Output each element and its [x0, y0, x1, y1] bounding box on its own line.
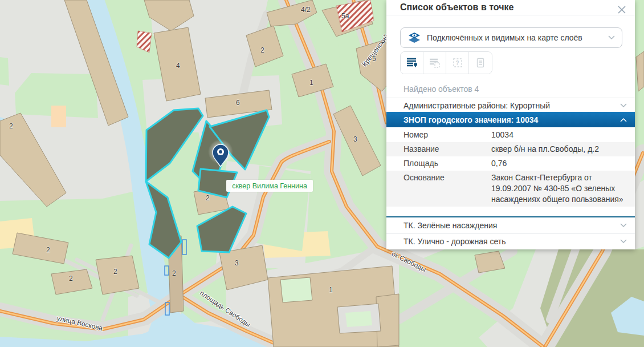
building-number: 2 [113, 268, 117, 276]
field-value: 10034 [491, 130, 627, 140]
table-row: Название сквер б/н на пл.Свободы, д.2 [386, 142, 635, 156]
chevron-down-icon [620, 223, 627, 228]
table-row: Номер 10034 [386, 128, 635, 142]
selected-object-name: сквер Вилима Геннина [232, 182, 307, 190]
section-title: ТК. Зелёные насаждения [403, 221, 620, 230]
building-number: 2 [206, 194, 210, 202]
section-title: ЗНОП городского значения: 10034 [403, 115, 620, 124]
section-title: Административные районы: Курортный [403, 101, 620, 110]
building-number: 5 [372, 55, 376, 63]
field-value: Закон Санкт-Петербурга от 19.09.2007 № 4… [491, 172, 627, 205]
layer-filter-value: Подключённых и видимых на карте слоёв [427, 33, 608, 42]
table-row: Основание Закон Санкт-Петербурга от 19.0… [386, 171, 635, 207]
layers-icon [407, 33, 421, 43]
panel-header: Список объектов в точке [386, 0, 635, 15]
section-admin-districts[interactable]: Административные районы: Курортный [386, 98, 635, 112]
section-tk-green[interactable]: ТК. Зелёные насаждения [386, 218, 635, 233]
building-number: 1 [309, 79, 313, 87]
building-number: 2 [46, 246, 50, 254]
building-number: 3 [353, 135, 357, 143]
chevron-down-icon [620, 239, 627, 244]
building-number: 2 [260, 46, 264, 54]
field-label: Название [403, 144, 491, 155]
section-tk-roads[interactable]: ТК. Улично - дорожная сеть [386, 234, 635, 249]
list-in-area-button[interactable] [423, 52, 446, 74]
field-label: Площадь [403, 158, 491, 169]
section-title: ТК. Улично - дорожная сеть [403, 237, 620, 246]
building-number: 5а [341, 12, 349, 20]
field-value: 0,76 [491, 158, 627, 169]
chevron-down-icon [608, 35, 615, 40]
building-number: 3 [235, 259, 239, 267]
chevron-up-icon [620, 118, 627, 122]
building-number: 6 [236, 99, 240, 107]
question-glyph: ? [455, 60, 459, 66]
chevron-down-icon [620, 103, 627, 108]
report-button[interactable] [469, 52, 492, 74]
results-count: Найдено объектов 4 [403, 84, 479, 94]
building-number: 2 [172, 269, 176, 277]
znop-details-table: Номер 10034 Название сквер б/н на пл.Сво… [386, 128, 635, 207]
field-value: сквер б/н на пл.Свободы, д.2 [491, 144, 627, 155]
building-number: 1 [329, 286, 333, 294]
section-znop-header[interactable]: ЗНОП городского значения: 10034 [386, 112, 635, 127]
area-question-button[interactable]: ? [446, 52, 469, 74]
building-number: 4 [176, 62, 180, 70]
list-at-point-button[interactable] [401, 52, 423, 74]
section-bottom-border [386, 216, 635, 217]
panel-title: Список объектов в точке [400, 2, 513, 13]
building-number: 2 [9, 122, 13, 130]
field-label: Номер [403, 130, 491, 140]
selected-object-name-chip: сквер Вилима Геннина [226, 180, 313, 192]
building-number: 2 [69, 275, 73, 283]
table-row: Площадь 0,76 [386, 156, 635, 171]
objects-at-point-panel: Список объектов в точке Подключённых и в… [386, 0, 635, 249]
building-number: 4/2 [301, 6, 311, 14]
result-mode-toolbar: ? [400, 51, 492, 74]
close-icon[interactable] [616, 3, 628, 16]
field-label: Основание [403, 172, 491, 205]
layer-filter-select[interactable]: Подключённых и видимых на карте слоёв [400, 27, 622, 48]
